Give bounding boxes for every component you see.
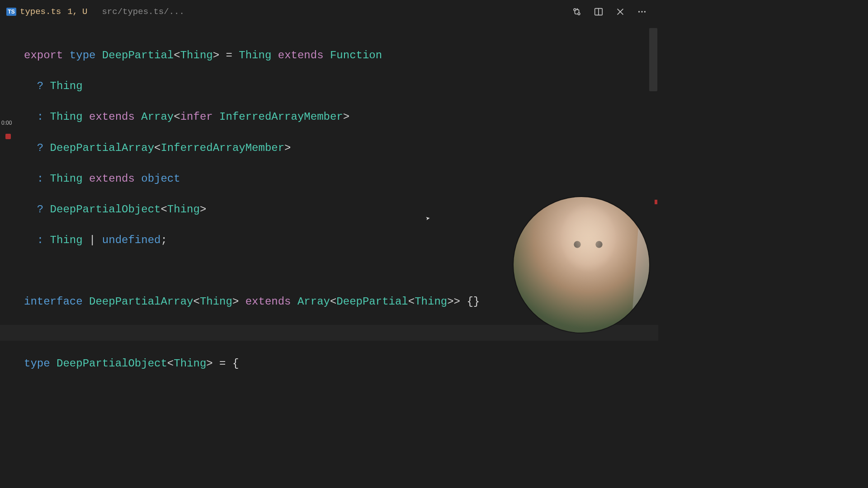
code-line: : Thing extends Array<infer InferredArra… <box>24 109 658 125</box>
close-icon[interactable] <box>614 5 627 18</box>
code-line: type DeepPartialObject<Thing> = { <box>24 356 658 369</box>
svg-point-6 <box>638 11 640 12</box>
editor-tab-types-ts[interactable]: TS types.ts 1, U <box>0 0 94 23</box>
more-actions-icon[interactable] <box>636 5 648 18</box>
tab-git-status: U <box>82 7 87 17</box>
editor-title-actions <box>571 5 658 18</box>
recording-indicator-icon <box>5 134 11 139</box>
typescript-icon: TS <box>6 8 16 16</box>
svg-point-7 <box>641 11 642 12</box>
split-editor-icon[interactable] <box>592 5 605 18</box>
recording-time-overlay: 0:00 <box>1 120 12 126</box>
scrollbar-thumb[interactable] <box>649 28 657 91</box>
editor-scrollbar[interactable] <box>649 28 657 367</box>
tab-filename: types.ts <box>20 7 61 17</box>
compare-changes-icon[interactable] <box>571 5 583 18</box>
breadcrumb[interactable]: src/types.ts/... <box>102 7 184 17</box>
svg-point-1 <box>578 13 580 15</box>
code-line: export type DeepPartial<Thing> = Thing e… <box>24 48 658 63</box>
code-line: : Thing extends object <box>24 171 658 187</box>
presenter-webcam-avatar <box>514 197 649 333</box>
code-line: ? DeepPartialArray<InferredArrayMember> <box>24 141 658 156</box>
svg-point-8 <box>644 11 646 12</box>
editor-tab-bar: TS types.ts 1, U src/types.ts/... <box>0 0 658 23</box>
svg-point-0 <box>574 9 576 11</box>
scrollbar-error-marker[interactable] <box>655 200 657 204</box>
tab-modification-count: 1, <box>67 7 78 17</box>
code-line: ? Thing <box>24 79 658 94</box>
